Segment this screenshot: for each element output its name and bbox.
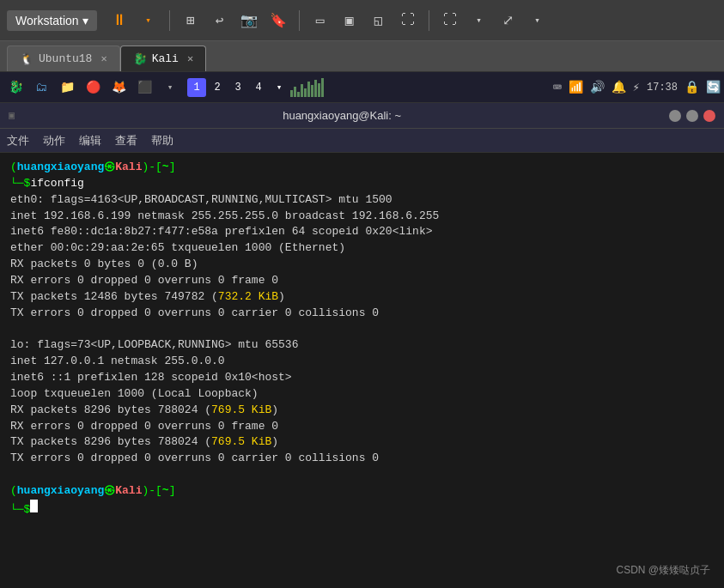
main-toolbar: Workstation ▾ ⏸ ▾ ⊞ ↩ 📷 🔖 ▭ ▣ ◱ ⛶ ⛶ ▾ ⤢ …: [0, 0, 724, 41]
toolbar-icons: ⏸ ▾ ⊞ ↩ 📷 🔖 ▭ ▣ ◱ ⛶ ⛶ ▾ ⤢ ▾: [107, 9, 550, 33]
battery-icon[interactable]: ⚡: [633, 80, 640, 94]
kali-icon: 🐉: [133, 52, 147, 66]
workstation-button[interactable]: Workstation ▾: [7, 10, 97, 31]
snapshot-icon[interactable]: ⊞: [179, 9, 203, 33]
refresh-icon[interactable]: 🔄: [706, 80, 721, 94]
vm-window: 🐉 🗂 📁 🔴 🦊 ⬛ ▾ 1 2 3 4 ▾ ⌨: [0, 72, 724, 588]
prompt-open-bracket-2: (: [10, 483, 17, 500]
menu-help[interactable]: 帮助: [151, 133, 173, 149]
output-eth0-1: eth0: flags=4163<UP,BROADCAST,RUNNING,MU…: [10, 192, 714, 209]
tab-kali[interactable]: 🐉 Kali ✕: [120, 45, 206, 71]
command-line-2: └─$: [10, 500, 714, 518]
separator-1: [169, 10, 170, 31]
prompt-path-close-2: ]: [169, 483, 176, 500]
menu-file[interactable]: 文件: [7, 133, 29, 149]
output-eth0-3: inet6 fe80::dc1a:8b27:f477:e58a prefixle…: [10, 224, 714, 240]
tab-kali-label: Kali: [152, 52, 179, 65]
menu-edit[interactable]: 编辑: [79, 133, 101, 149]
workspace-1[interactable]: 1: [187, 78, 206, 97]
kali-taskbar: 🐉 🗂 📁 🔴 🦊 ⬛ ▾ 1 2 3 4 ▾ ⌨: [0, 72, 724, 103]
prompt-open-bracket-1: (: [10, 160, 17, 176]
prompt-host-1: Kali: [115, 160, 142, 176]
terminal-titlebar: ▣ huangxiaoyang@Kali: ~: [0, 103, 724, 129]
prompt-user-1: huangxiaoyang: [17, 160, 104, 176]
dropdown2-icon[interactable]: ▾: [467, 9, 491, 33]
kali-more-icon[interactable]: ▾: [158, 76, 182, 100]
workspace-4[interactable]: 4: [249, 78, 268, 97]
prompt-close-bracket-1: )-[: [142, 160, 161, 176]
menu-view[interactable]: 查看: [115, 133, 137, 149]
prompt-line-2: (huangxiaoyang㉿Kali)-[~]: [10, 483, 714, 500]
system-chart: [290, 78, 333, 97]
workspace-more[interactable]: ▾: [270, 78, 289, 97]
close-button[interactable]: [703, 110, 715, 122]
lock-icon[interactable]: 🔒: [684, 80, 699, 94]
prompt-path-close-1: ]: [169, 160, 176, 176]
kali-terminal-icon[interactable]: ⬛: [132, 76, 156, 100]
revert-icon[interactable]: ↩: [208, 9, 232, 33]
prompt-dollar-1: └─: [10, 176, 24, 192]
kali-dragon-icon[interactable]: 🐉: [3, 76, 27, 100]
kali-files-icon[interactable]: 🗂: [29, 76, 53, 100]
workspace-3[interactable]: 3: [228, 78, 247, 97]
volume-icon[interactable]: 🔊: [590, 80, 605, 94]
output-blank-2: [10, 467, 714, 483]
prompt-line-1: (huangxiaoyang㉿Kali)-[~]: [10, 160, 714, 176]
prompt-path-1: ~: [162, 160, 169, 176]
tab-kali-close[interactable]: ✕: [187, 52, 193, 65]
snapshot3-icon[interactable]: 🔖: [266, 9, 290, 33]
minimize-button[interactable]: [669, 110, 681, 122]
prompt-at-2: ㉿: [104, 483, 115, 500]
tab-ubuntu18-close[interactable]: ✕: [100, 52, 106, 65]
kali-firefox-icon[interactable]: 🦊: [106, 76, 131, 100]
output-lo-8: TX errors 0 dropped 0 overruns 0 carrier…: [10, 451, 714, 467]
prompt-path-2: ~: [162, 483, 169, 500]
workstation-label: Workstation: [15, 14, 79, 27]
terminal-title: huangxiaoyang@Kali: ~: [283, 109, 401, 122]
kali-red-icon[interactable]: 🔴: [81, 76, 105, 100]
tab-ubuntu18[interactable]: 🐧 Ubuntu18 ✕: [7, 45, 120, 71]
notification-icon[interactable]: 🔔: [611, 80, 626, 94]
pause-icon[interactable]: ⏸: [107, 9, 131, 33]
dropdown-arrow-icon[interactable]: ▾: [137, 9, 161, 33]
network-icon[interactable]: 📶: [569, 80, 583, 94]
separator-2: [299, 10, 300, 31]
output-lo-5: RX packets 8296 bytes 788024 (769.5 KiB): [10, 403, 714, 419]
output-lo-2: inet 127.0.0.1 netmask 255.0.0.0: [10, 354, 714, 370]
output-eth0-7: TX packets 12486 bytes 749782 (732.2 KiB…: [10, 289, 714, 306]
ubuntu-icon: 🐧: [20, 52, 33, 66]
output-lo-7: TX packets 8296 bytes 788024 (769.5 KiB): [10, 434, 714, 451]
prompt-user-2: huangxiaoyang: [17, 483, 104, 500]
prompt-dollar-sym-1: $: [24, 176, 31, 192]
resize-icon[interactable]: ⤢: [496, 9, 520, 33]
kali-taskbar-right: ⌨ 📶 🔊 🔔 ⚡ 17:38 🔒 🔄: [553, 79, 721, 96]
prompt-close-bracket-2: )-[: [142, 483, 161, 500]
output-eth0-2: inet 192.168.6.199 netmask 255.255.255.0…: [10, 209, 714, 225]
maximize-button[interactable]: [686, 110, 698, 122]
view1-icon[interactable]: ▭: [308, 9, 332, 33]
tab-ubuntu18-label: Ubuntu18: [39, 52, 92, 65]
menu-action[interactable]: 动作: [43, 133, 65, 149]
csdn-watermark: CSDN @矮矮哒贞子: [616, 563, 710, 578]
menu-bar: 文件 动作 编辑 查看 帮助: [0, 129, 724, 153]
prompt-dollar-sym-2: $: [24, 502, 31, 518]
fullscreen-icon[interactable]: ⛶: [438, 9, 462, 33]
keyboard-icon[interactable]: ⌨: [553, 79, 562, 96]
view2-icon[interactable]: ▣: [338, 9, 362, 33]
snapshot2-icon[interactable]: 📷: [237, 9, 261, 33]
output-blank-1: [10, 321, 714, 337]
command-line-1: └─$ ifconfig: [10, 176, 714, 192]
dropdown3-icon[interactable]: ▾: [526, 9, 550, 33]
output-lo-3: inet6 ::1 prefixlen 128 scopeid 0x10<hos…: [10, 370, 714, 386]
output-eth0-4: ether 00:0c:29:aa:2e:65 txqueuelen 1000 …: [10, 240, 714, 257]
kali-fm-icon[interactable]: 📁: [55, 76, 79, 100]
output-eth0-8: TX errors 0 dropped 0 overruns 0 carrier…: [10, 306, 714, 322]
prompt-at-1: ㉿: [104, 160, 115, 176]
clock: 17:38: [647, 82, 678, 94]
view3-icon[interactable]: ◱: [367, 9, 391, 33]
dropdown-icon: ▾: [82, 14, 88, 27]
workspace-2[interactable]: 2: [208, 78, 227, 97]
view4-icon[interactable]: ⛶: [396, 9, 420, 33]
output-lo-4: loop txqueuelen 1000 (Local Loopback): [10, 386, 714, 403]
terminal-content[interactable]: (huangxiaoyang㉿Kali)-[~] └─$ ifconfig et…: [0, 153, 724, 588]
